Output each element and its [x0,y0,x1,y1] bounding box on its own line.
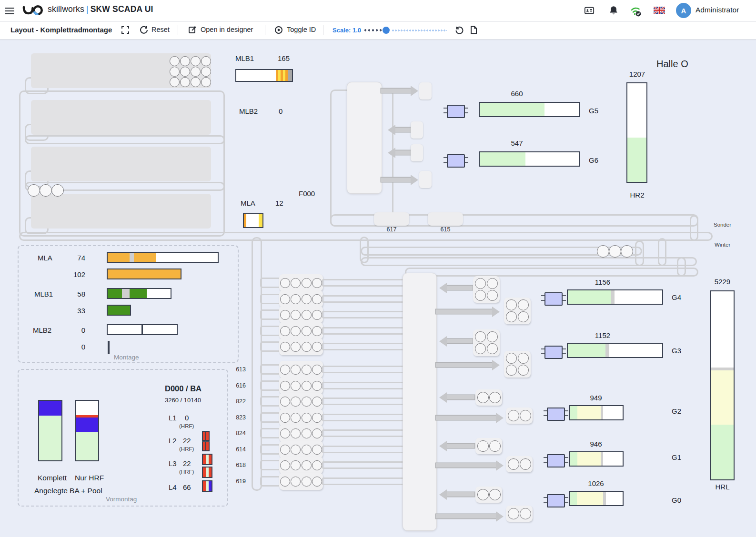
wheel-trio [28,184,63,197]
g5-gauge [479,102,580,117]
l3-label: L3 [169,459,177,467]
toggle-id-icon[interactable] [274,26,283,34]
wheel-row-823 [260,409,410,426]
plc-chip-icon [547,494,565,507]
f000-label: F000 [299,189,315,198]
wheel-group [279,361,323,378]
central-machine-block [403,273,437,531]
g2-gauge [569,405,624,420]
id-card-icon[interactable] [584,5,595,16]
plc-chip-icon [544,292,563,306]
g0-value: 1026 [569,479,623,487]
l2-value: 22 [183,437,191,445]
l1-value: 0 [185,414,189,422]
scale-slider-track-rest[interactable] [392,30,447,31]
sonder-label: Sonder [714,222,731,228]
hrl-silo-gauge [710,290,735,480]
p1-mlb2-value1: 0 [66,326,85,334]
g5-label: G5 [589,107,598,115]
storage-block [31,100,211,135]
f000-machine-block [347,82,382,194]
p1-mla-bar1 [107,252,219,263]
user-avatar[interactable]: A [676,3,691,18]
flow-arrow-left [447,286,473,290]
nur-hrf-stack-bar [75,400,99,461]
wheel-group-2x1 [475,389,502,406]
l4-value: 66 [183,483,191,491]
flow-arrow-right [436,463,496,467]
plc-chip-icon [547,408,565,421]
l4-label: L4 [169,483,177,491]
mla-label: MLA [241,199,255,207]
toolbar-divider [265,25,265,35]
d000-subtitle: 3260 / 10140 [165,397,201,404]
reset-button[interactable]: Reset [151,26,170,33]
notifications-bell-icon[interactable] [608,5,619,16]
p1-mlb2-bar1 [107,324,178,335]
flow-arrow-left [395,128,411,132]
edit-designer-icon[interactable] [188,26,197,34]
wheel-row-619 [260,473,410,490]
app-title: skillworks|SKW SCADA UI [48,4,153,14]
save-document-icon[interactable] [470,26,478,34]
g4-value: 1156 [567,278,638,286]
l1-label: L1 [169,414,177,422]
wheel-row [260,290,410,308]
io-station [411,121,423,139]
io-station [419,82,432,99]
p1-mla-bar2 [107,268,181,279]
storage-block [31,147,211,181]
conveyor-track [635,240,644,266]
wheel-group [279,290,323,308]
winter-label: Winter [715,242,730,248]
l2-sub: (HRF) [179,446,194,452]
open-in-designer-button[interactable]: Open in designer [201,26,253,33]
l4-indicator [202,480,212,492]
l2-indicator [202,431,210,441]
g0-label: G0 [672,496,681,504]
wheel-row-824 [260,425,410,442]
wheel-row [260,306,410,323]
komplett-label: Komplett [38,474,67,482]
p1-mlb1-bar2 [107,305,131,316]
p1-caption: Montage [114,354,139,361]
mlb2-label: MLB2 [239,107,258,115]
fullscreen-icon[interactable] [121,26,130,34]
nur-hrf-label: Nur HRF [75,474,104,482]
angelegte-ba-pool-label: Angelegte BA + Pool [34,487,102,495]
mlb2-value: 0 [279,107,282,115]
connection-status-icon[interactable] [630,5,642,18]
scale-slider-thumb[interactable] [383,27,390,34]
wheel-group [279,322,323,339]
flow-arrow-right [436,416,496,420]
menu-icon[interactable] [5,6,15,15]
station-615-label: 615 [428,226,463,233]
storage-block [31,194,211,229]
wheel-buffer-grid [169,56,211,87]
wheel-group [279,274,323,291]
g3-value: 1152 [567,331,638,339]
g5-value: 660 [479,90,555,98]
g2-label: G2 [672,407,681,415]
toolbar-divider [323,25,323,35]
conveyor-track [360,237,369,263]
toggle-id-button[interactable]: Toggle ID [287,26,316,33]
g6-gauge [479,151,580,167]
reset-icon[interactable] [140,26,148,34]
p1-mlb1-value2: 33 [66,307,85,315]
wheel-group-2x2 [473,329,500,356]
p1-mlb1-bar1 [107,288,171,299]
skillworks-logo-icon [22,4,44,17]
mla-value: 12 [275,199,283,207]
plc-chip-icon [544,346,563,359]
scada-app: skillworks|SKW SCADA UI A Administrator [0,0,756,537]
wheel-group [279,338,323,355]
flow-arrow-right [381,89,411,93]
wheel-row-614 [260,441,410,458]
wheel-group-2x2 [473,276,500,303]
io-station [419,171,432,188]
undo-icon[interactable] [455,26,464,34]
wheel-group-2x1 [475,438,502,454]
language-flag-icon[interactable] [654,7,665,14]
wheel-row-616 [260,377,410,394]
